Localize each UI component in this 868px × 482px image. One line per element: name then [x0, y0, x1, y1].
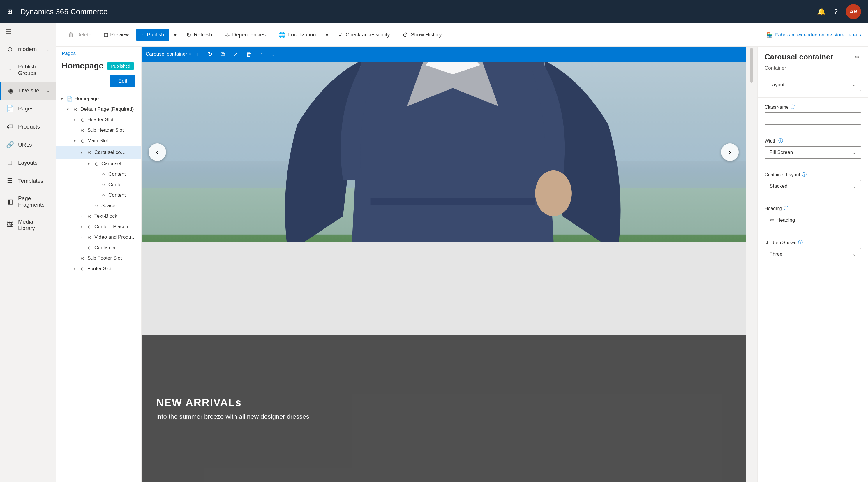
tree-node-video-products[interactable]: › ⊙ Video and Produ… [56, 232, 141, 242]
canvas-scrollbar[interactable] [746, 47, 757, 482]
expand-sub-footer [72, 255, 78, 261]
tree-node-content-2[interactable]: ○ Content [56, 180, 141, 190]
classname-input[interactable] [765, 113, 861, 125]
tree-node-footer-slot[interactable]: › ⊙ Footer Slot [56, 264, 141, 274]
heading-info-icon[interactable]: ⓘ [784, 206, 788, 212]
canvas-up-btn[interactable]: ↑ [257, 49, 266, 59]
page-title: Homepage [62, 61, 103, 70]
carousel-next-btn[interactable]: › [721, 143, 739, 161]
tree-node-sub-header-slot[interactable]: ⊙ Sub Header Slot [56, 125, 141, 135]
tree-node-default-page[interactable]: ▾ ⊙ Default Page (Required) [56, 104, 141, 115]
expand-content-placement[interactable]: › [79, 224, 85, 230]
publish-dropdown-btn[interactable]: ▾ [172, 29, 179, 41]
carousel-subtitle: Into the summer breeze with all new desi… [156, 413, 731, 421]
expand-video-products[interactable]: › [79, 234, 85, 240]
localization-dropdown-btn[interactable]: ▾ [323, 29, 331, 41]
expand-header-slot[interactable]: › [72, 117, 78, 123]
canvas-add-btn[interactable]: + [193, 49, 203, 59]
sidebar-item-urls[interactable]: 🔗 URLs [0, 136, 56, 154]
header-slot-label: Header Slot [87, 117, 138, 123]
products-icon: 🏷 [6, 123, 14, 130]
canvas-refresh-btn[interactable]: ↻ [205, 49, 216, 59]
heading-button[interactable]: ✏ Heading [765, 214, 800, 227]
sidebar-item-live-site[interactable]: ◉ Live site ⌄ [0, 82, 56, 100]
sidebar-item-media-library[interactable]: 🖼 Media Library [0, 213, 56, 237]
breadcrumb[interactable]: Pages [56, 47, 141, 59]
sidebar-item-publish-groups[interactable]: ↑ Publish Groups [0, 58, 56, 82]
tree-node-header-slot[interactable]: › ⊙ Header Slot [56, 115, 141, 125]
canvas-export-btn[interactable]: ↗ [230, 49, 241, 59]
carousel-prev-btn[interactable]: ‹ [149, 143, 166, 161]
expand-carousel[interactable]: ▾ [86, 161, 91, 167]
tree-node-sub-footer-slot[interactable]: ⊙ Sub Footer Slot [56, 253, 141, 264]
props-field-classname: ClassName ⓘ [757, 100, 868, 129]
width-select-value: Fill Screen [770, 150, 793, 155]
width-info-icon[interactable]: ⓘ [778, 138, 783, 144]
tree-node-carousel-container[interactable]: ▾ ⊙ Carousel contair ••• [56, 146, 141, 158]
expand-footer-slot[interactable]: › [72, 266, 78, 272]
check-accessibility-button[interactable]: ✓ Check accessibility [333, 29, 395, 41]
tree-node-text-block[interactable]: › ⊙ Text-Block [56, 211, 141, 221]
canvas-copy-btn[interactable]: ⧉ [218, 49, 228, 59]
live-site-chevron: ⌄ [46, 88, 50, 93]
expand-default-page[interactable]: ▾ [65, 107, 70, 112]
tree-node-content-3[interactable]: ○ Content [56, 190, 141, 201]
media-library-icon: 🖼 [6, 221, 14, 229]
container-layout-chevron-icon: ⌄ [852, 184, 856, 188]
avatar[interactable]: AR [846, 4, 861, 19]
sidebar-item-products[interactable]: 🏷 Products [0, 118, 56, 136]
dependencies-button[interactable]: ⊹ Dependencies [220, 29, 271, 41]
localization-icon: 🌐 [278, 31, 286, 38]
sidebar-media-library-label: Media Library [18, 218, 50, 231]
tree-node-carousel[interactable]: ▾ ⊙ Carousel [56, 158, 141, 169]
canvas-down-btn[interactable]: ↓ [268, 49, 277, 59]
expand-main-slot[interactable]: ▾ [72, 138, 78, 144]
expand-carousel-container[interactable]: ▾ [79, 150, 85, 155]
sidebar-collapse-btn[interactable]: ☰ [0, 23, 56, 40]
sidebar-item-pages[interactable]: 📄 Pages [0, 100, 56, 118]
expand-text-block[interactable]: › [79, 213, 85, 219]
canvas-delete-btn[interactable]: 🗑 [243, 49, 255, 59]
edit-button[interactable]: Edit [110, 75, 135, 87]
dependencies-icon: ⊹ [225, 31, 230, 38]
preview-button[interactable]: □ Preview [99, 29, 134, 41]
tree-node-spacer[interactable]: ○ Spacer [56, 201, 141, 211]
content-3-label: Content [108, 192, 138, 198]
show-history-button[interactable]: ⏱ Show History [397, 29, 447, 41]
classname-info-icon[interactable]: ⓘ [790, 104, 795, 110]
delete-button[interactable]: 🗑 Delete [63, 29, 97, 41]
sidebar-item-layouts[interactable]: ⊞ Layouts [0, 154, 56, 172]
children-shown-select[interactable]: Three ⌄ [765, 248, 861, 260]
children-shown-select-value: Three [770, 251, 782, 257]
default-page-icon: ⊙ [72, 107, 79, 112]
main-slot-label: Main Slot [87, 138, 138, 144]
container-layout-info-icon[interactable]: ⓘ [802, 172, 807, 178]
help-icon[interactable]: ? [834, 7, 838, 16]
props-edit-icon[interactable]: ✏ [854, 53, 861, 62]
expand-container [79, 245, 85, 251]
carousel-label: Carousel [101, 161, 138, 167]
notification-icon[interactable]: 🔔 [817, 7, 826, 16]
store-icon: 🏪 [766, 32, 773, 38]
children-shown-info-icon[interactable]: ⓘ [798, 240, 803, 246]
layout-select[interactable]: Layout ⌄ [765, 79, 861, 91]
sidebar-item-modern[interactable]: ⊙ modern ⌄ [0, 40, 56, 58]
sidebar-item-templates[interactable]: ☰ Templates [0, 172, 56, 190]
tree-node-content-placement[interactable]: › ⊙ Content Placem… [56, 221, 141, 232]
tree-node-container[interactable]: ⊙ Container [56, 242, 141, 253]
width-select[interactable]: Fill Screen ⌄ [765, 146, 861, 158]
container-layout-select[interactable]: Stacked ⌄ [765, 180, 861, 192]
publish-button[interactable]: ↑ Publish [136, 29, 169, 41]
fashion-figure-svg [142, 62, 746, 242]
expand-homepage[interactable]: ▾ [59, 96, 65, 102]
tree-node-main-slot[interactable]: ▾ ⊙ Main Slot [56, 135, 141, 146]
grid-icon[interactable]: ⊞ [7, 8, 12, 16]
localization-button[interactable]: 🌐 Localization [273, 29, 321, 41]
layouts-icon: ⊞ [6, 159, 14, 167]
container-label: Container [94, 245, 138, 251]
refresh-button[interactable]: ↻ Refresh [181, 29, 217, 41]
sidebar-page-fragments-label: Page Fragments [18, 195, 50, 208]
sidebar-item-page-fragments[interactable]: ◧ Page Fragments [0, 190, 56, 213]
tree-node-homepage[interactable]: ▾ 📄 Homepage [56, 94, 141, 104]
tree-node-content-1[interactable]: ○ Content [56, 169, 141, 180]
